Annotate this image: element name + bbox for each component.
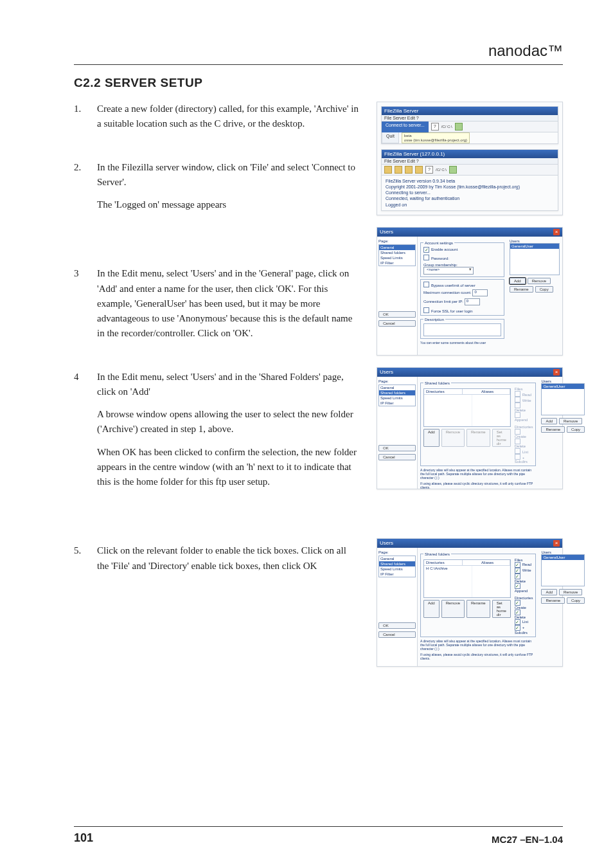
add-dir-button[interactable]: Add <box>423 600 440 618</box>
perm-read[interactable]: Read <box>515 562 533 568</box>
description-textarea[interactable] <box>423 323 501 336</box>
alias-note2: If using aliases, please avoid cyclic di… <box>420 482 536 489</box>
perm-subdirs: + Subdirs <box>515 454 533 464</box>
directories-table[interactable]: Directories Aliases H C:\Archive <box>423 559 511 598</box>
perm-list[interactable]: List <box>515 619 533 625</box>
col-aliases: Aliases <box>479 560 510 565</box>
group-membership-select[interactable]: <none> <box>423 267 474 275</box>
perm-ddelete[interactable]: Delete <box>515 610 533 619</box>
close-icon[interactable]: × <box>553 229 560 235</box>
step-number: 5. <box>74 543 97 581</box>
help-icon: ? <box>431 123 439 131</box>
users-listbox[interactable]: GeneralUser <box>541 554 585 586</box>
user-item[interactable]: GeneralUser <box>542 384 584 389</box>
menu-quit[interactable]: Quit <box>382 132 399 143</box>
add-user-button[interactable]: Add <box>541 589 557 595</box>
copy-user-button[interactable]: Copy <box>535 286 553 293</box>
rename-user-button[interactable]: Rename <box>541 426 565 433</box>
close-icon[interactable]: × <box>553 369 560 375</box>
sidebar-item-shared[interactable]: Shared folders <box>379 250 415 255</box>
directories-table[interactable]: Directories Aliases <box>423 388 511 427</box>
conn-ip-label: Connection limit per IP: <box>423 300 463 303</box>
sidebar-item-ipfilter[interactable]: IP Filter <box>379 260 415 266</box>
rename-user-button[interactable]: Rename <box>510 286 533 293</box>
description-hint: You can enter some comments about the us… <box>420 341 504 345</box>
set-home-button[interactable]: Set as home dir <box>492 600 511 618</box>
conn-ip-input[interactable]: 0 <box>465 298 480 305</box>
perm-write[interactable]: Write <box>515 568 533 574</box>
step-text: Create a new folder (directory) called, … <box>97 102 360 132</box>
cancel-button[interactable]: Cancel <box>378 454 416 460</box>
sidebar-item-speed[interactable]: Speed Limits <box>379 566 415 572</box>
figure-users-shared-empty: Users × Page: General Shared folders Spe… <box>377 367 563 489</box>
cancel-button[interactable]: Cancel <box>378 320 416 327</box>
step-text: The 'Logged on' message appears <box>97 197 360 212</box>
copy-user-button[interactable]: Copy <box>567 426 585 433</box>
step-1: 1. Create a new folder (directory) calle… <box>74 102 360 140</box>
figure-users-shared-checked: Users × Page: General Shared folders Spe… <box>377 538 563 667</box>
users-listbox[interactable]: GeneralUser <box>541 383 585 415</box>
add-dir-button[interactable]: Add <box>423 429 440 447</box>
close-icon[interactable]: × <box>553 540 560 547</box>
sidebar-label: Page: <box>378 379 416 383</box>
sidebar-label: Page: <box>378 550 416 554</box>
add-user-button[interactable]: Add <box>510 278 526 284</box>
sidebar-item-speed[interactable]: Speed Limits <box>379 255 415 260</box>
user-item[interactable]: GeneralUser <box>542 555 584 560</box>
password-checkbox[interactable]: Password: <box>423 255 501 260</box>
perm-subdirs[interactable]: + Subdirs <box>515 625 533 635</box>
copy-user-button[interactable]: Copy <box>567 597 585 604</box>
sidebar-item-shared[interactable]: Shared folders <box>379 390 415 395</box>
toolbar-text: /C/ C:\ <box>441 125 452 129</box>
perm-list: List <box>515 448 533 454</box>
sidebar-item-general[interactable]: General <box>379 385 415 390</box>
enable-account-checkbox[interactable]: Enable account <box>423 247 501 253</box>
shared-folders-legend: Shared folders <box>423 552 451 556</box>
alias-note2: If using aliases, please avoid cyclic di… <box>420 653 536 660</box>
ok-button[interactable]: OK <box>378 445 416 451</box>
figure-connect: FileZilla Server File Server Edit ? Conn… <box>377 102 563 215</box>
bypass-checkbox[interactable]: Bypass userlimit of server <box>423 282 501 287</box>
shared-folders-legend: Shared folders <box>423 381 451 385</box>
page-number: 101 <box>74 831 93 845</box>
menu-connect-to-server[interactable]: Connect to server... <box>382 122 429 132</box>
cancel-button[interactable]: Cancel <box>378 631 416 638</box>
sidebar-item-ipfilter[interactable]: IP Filter <box>379 572 415 577</box>
rename-dir-button[interactable]: Rename <box>466 600 490 618</box>
sidebar-label: Page: <box>378 239 416 243</box>
alias-note: A directory alias will also appear at th… <box>420 639 536 651</box>
add-user-button[interactable]: Add <box>541 418 557 424</box>
section-heading: C2.2 SERVER SETUP <box>74 76 563 90</box>
perm-append[interactable]: Append <box>515 583 533 593</box>
rename-user-button[interactable]: Rename <box>541 597 565 604</box>
sidebar-item-speed[interactable]: Speed Limits <box>379 395 415 401</box>
perm-delete[interactable]: Delete <box>515 574 533 583</box>
ok-button[interactable]: OK <box>378 622 416 629</box>
remove-user-button[interactable]: Remove <box>559 589 582 595</box>
ok-button[interactable]: OK <box>378 311 416 318</box>
step-text: Click on the relevant folder to enable t… <box>97 543 360 574</box>
remove-dir-button[interactable]: Remove <box>441 600 465 618</box>
perm-delete: Delete <box>515 402 533 412</box>
sidebar-item-shared[interactable]: Shared folders <box>379 561 415 566</box>
sidebar-item-general[interactable]: General <box>379 556 415 561</box>
figures-column: FileZilla Server File Server Edit ? Conn… <box>377 102 563 667</box>
set-home-button: Set as home dir <box>492 429 511 447</box>
user-item[interactable]: GeneralUser <box>510 244 559 249</box>
sidebar-item-ipfilter[interactable]: IP Filter <box>379 401 415 406</box>
remove-user-button[interactable]: Remove <box>528 278 551 284</box>
dir-row[interactable]: H C:\Archive <box>424 566 472 597</box>
users-listbox[interactable]: GeneralUser <box>510 243 560 275</box>
perm-create[interactable]: Create <box>515 600 533 610</box>
sidebar-item-general[interactable]: General <box>379 245 415 250</box>
menubar: File Server Edit ? <box>382 115 558 122</box>
description-legend: Description <box>423 318 445 321</box>
max-conn-input[interactable]: 0 <box>472 289 488 296</box>
toolbar-icon <box>384 166 392 174</box>
force-ssl-checkbox[interactable]: Force SSL for user login <box>423 307 501 313</box>
step-2: 2. In the Filezilla server window, click… <box>74 160 360 221</box>
step-text: When OK has been clicked to confirm the … <box>97 445 360 490</box>
remove-user-button[interactable]: Remove <box>559 418 582 424</box>
toolbar-icon <box>395 166 402 174</box>
step-5: 5. Click on the relevant folder to enabl… <box>74 543 360 581</box>
